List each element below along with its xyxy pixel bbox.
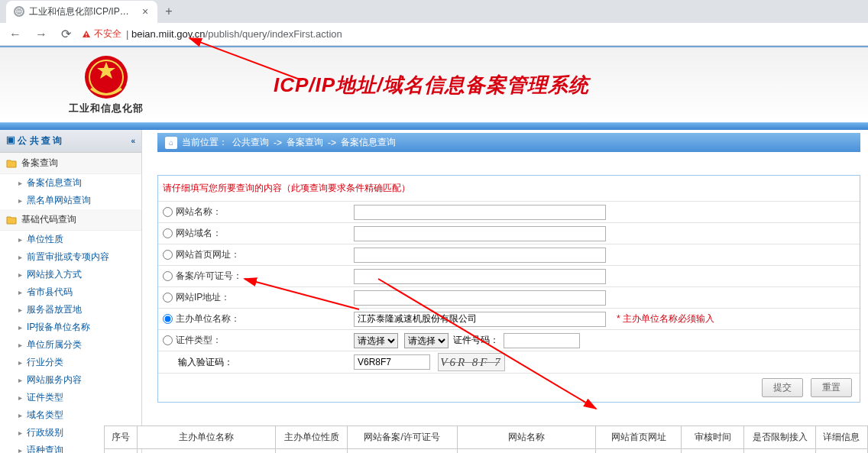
bullet-icon: ▸ xyxy=(18,446,22,453)
sidebar-item-label: 行政级别 xyxy=(27,426,63,439)
sidebar-item[interactable]: ▸黑名单网站查询 xyxy=(0,192,141,209)
radio-site-domain[interactable]: 网站域名： xyxy=(163,225,354,242)
radio-cert[interactable]: 证件类型： xyxy=(163,332,354,349)
tab-title: 工业和信息化部ICP/IP地址/域名… xyxy=(29,5,136,18)
input-license[interactable] xyxy=(354,269,606,284)
back-button[interactable]: ← xyxy=(6,28,24,41)
table-header: 序号 xyxy=(105,426,138,449)
select-cert-sub[interactable]: 请选择 xyxy=(404,333,449,348)
table-header: 详细信息 xyxy=(815,426,867,449)
insecure-badge[interactable]: 不安全 xyxy=(82,28,121,40)
cell-nature: 企业 xyxy=(276,449,347,454)
reload-button[interactable]: ⟳ xyxy=(58,27,74,41)
sidebar-item-label: 行业分类 xyxy=(27,356,63,369)
sidebar-item-label: 服务器放置地 xyxy=(27,303,82,316)
input-site-domain[interactable] xyxy=(354,226,606,241)
browser-tab[interactable]: 工业和信息化部ICP/IP地址/域名… × xyxy=(6,1,157,23)
new-tab-button[interactable]: + xyxy=(157,5,180,18)
national-emblem-icon xyxy=(83,54,129,100)
table-header: 审核时间 xyxy=(682,426,744,449)
sidebar-item[interactable]: ▸单位所属分类 xyxy=(0,336,141,354)
home-icon[interactable]: ⌂ xyxy=(165,137,177,149)
sidebar-item[interactable]: ▸单位性质 xyxy=(0,231,141,248)
cell-seq: 1 xyxy=(105,449,138,454)
sidebar-item-label: 网站服务内容 xyxy=(27,374,82,387)
cell-site: 江苏泰隆减速机股份有限公司 xyxy=(457,449,595,454)
bullet-icon: ▸ xyxy=(18,323,22,332)
bullet-icon: ▸ xyxy=(18,253,22,261)
select-cert-type[interactable]: 请选择 xyxy=(354,333,398,348)
bullet-icon: ▸ xyxy=(18,306,22,314)
sidebar-item[interactable]: ▸前置审批或专项内容 xyxy=(0,248,141,266)
sidebar: ▣ 公 共 查 询 « 备案查询 ▸备案信息查询▸黑名单网站查询 基础代码查询 … xyxy=(0,130,142,453)
radio-license[interactable]: 备案/许可证号： xyxy=(163,267,354,285)
bullet-icon: ▸ xyxy=(18,429,22,437)
breadcrumb-c[interactable]: 备案信息查询 xyxy=(341,136,396,149)
sidebar-item[interactable]: ▸行业分类 xyxy=(0,354,141,371)
sidebar-item[interactable]: ▸备案信息查询 xyxy=(0,174,141,192)
sidebar-cat-beian[interactable]: 备案查询 xyxy=(0,153,141,174)
input-captcha[interactable] xyxy=(354,354,430,370)
sidebar-item-label: 省市县代码 xyxy=(27,286,73,299)
bullet-icon: ▸ xyxy=(18,393,22,402)
bullet-icon: ▸ xyxy=(18,358,22,367)
forward-button[interactable]: → xyxy=(32,28,50,41)
cell-license: 苏ICP备17000515号-1 xyxy=(347,449,457,454)
sidebar-item[interactable]: ▸证件类型 xyxy=(0,389,141,406)
expand-icon: ▣ xyxy=(6,135,15,146)
input-homepage[interactable] xyxy=(354,248,606,263)
sidebar-item[interactable]: ▸省市县代码 xyxy=(0,283,141,301)
breadcrumb-b[interactable]: 备案查询 xyxy=(287,136,323,149)
banner-stripe xyxy=(0,122,868,130)
sidebar-item[interactable]: ▸网站接入方式 xyxy=(0,266,141,283)
breadcrumb: ⌂ 当前位置： 公共查询 -> 备案查询 -> 备案信息查询 xyxy=(157,133,860,152)
bullet-icon: ▸ xyxy=(18,341,22,349)
sidebar-item-label: 语种查询 xyxy=(27,444,63,453)
reset-button[interactable]: 重置 xyxy=(811,378,852,397)
submit-button[interactable]: 提交 xyxy=(762,378,803,397)
table-header: 网站名称 xyxy=(457,426,595,449)
table-header: 主办单位名称 xyxy=(138,426,276,449)
input-ip[interactable] xyxy=(354,290,606,306)
url-box[interactable]: 不安全 | beian.miit.gov.cn/publish/query/in… xyxy=(82,28,862,40)
sidebar-item-label: 域名类型 xyxy=(27,409,63,422)
breadcrumb-label: 当前位置： xyxy=(182,136,228,149)
radio-ip[interactable]: 网站IP地址： xyxy=(163,289,354,306)
bullet-icon: ▸ xyxy=(18,411,22,419)
site-banner: 工业和信息化部 ICP/IP地址/域名信息备案管理系统 xyxy=(0,46,868,122)
captcha-label: 输入验证码： xyxy=(163,354,354,371)
sidebar-header[interactable]: ▣ 公 共 查 询 « xyxy=(0,130,141,153)
input-cert-no[interactable] xyxy=(504,333,580,348)
bullet-icon: ▸ xyxy=(18,196,22,205)
tab-close-icon[interactable]: × xyxy=(141,5,150,18)
content-area: ⌂ 当前位置： 公共查询 -> 备案查询 -> 备案信息查询 请仔细填写您所要查… xyxy=(142,130,868,453)
captcha-image[interactable]: V6R 8F 7 xyxy=(438,353,505,371)
sidebar-item-label: 前置审批或专项内容 xyxy=(27,251,109,264)
radio-site-name[interactable]: 网站名称： xyxy=(163,203,354,221)
tab-bar: 工业和信息化部ICP/IP地址/域名… × + xyxy=(0,0,868,23)
sidebar-item[interactable]: ▸域名类型 xyxy=(0,406,141,424)
cell-org: 江苏泰隆减速机股份有限公司 xyxy=(138,449,276,454)
table-header: 主办单位性质 xyxy=(276,426,347,449)
radio-homepage[interactable]: 网站首页网址： xyxy=(163,246,354,264)
breadcrumb-a[interactable]: 公共查询 xyxy=(232,136,269,149)
table-header: 网站首页网址 xyxy=(595,426,681,449)
input-org[interactable] xyxy=(354,312,606,327)
table-header: 网站备案/许可证号 xyxy=(347,426,457,449)
input-site-name[interactable] xyxy=(354,205,606,220)
sidebar-item[interactable]: ▸网站服务内容 xyxy=(0,371,141,389)
sidebar-item-label: 网站接入方式 xyxy=(27,268,82,281)
cert-no-label: 证件号码： xyxy=(453,334,499,347)
folder-icon xyxy=(6,159,17,168)
bullet-icon: ▸ xyxy=(18,179,22,187)
sidebar-item[interactable]: ▸IP报备单位名称 xyxy=(0,319,141,336)
sidebar-item-label: IP报备单位名称 xyxy=(27,321,90,334)
svg-rect-1 xyxy=(86,33,86,35)
sidebar-item[interactable]: ▸服务器放置地 xyxy=(0,301,141,319)
sidebar-item-label: 备案信息查询 xyxy=(27,176,82,189)
radio-org[interactable]: 主办单位名称： xyxy=(163,310,354,328)
address-bar: ← → ⟳ 不安全 | beian.miit.gov.cn/publish/qu… xyxy=(0,23,868,46)
cell-date: 2019-09-12 xyxy=(682,449,744,454)
sidebar-cat-codes[interactable]: 基础代码查询 xyxy=(0,209,141,231)
form-note: 请仔细填写您所要查询的内容（此项查询要求条件精确匹配） xyxy=(158,176,860,201)
